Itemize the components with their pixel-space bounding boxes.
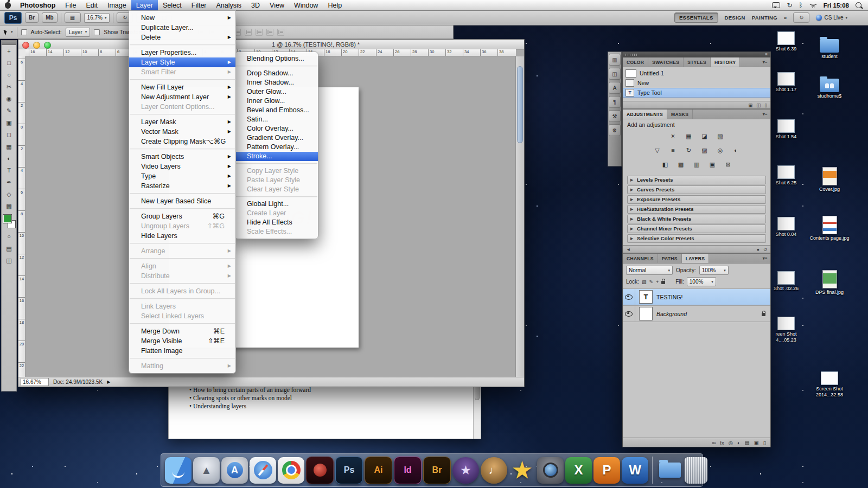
dock-trash-icon[interactable]: [685, 457, 707, 484]
layers-footer-icon[interactable]: ▣: [754, 440, 759, 446]
adjustment-icon[interactable]: ▧: [715, 132, 726, 140]
layers-footer-icon[interactable]: ◐: [737, 440, 741, 446]
sync-icon[interactable]: ↻: [787, 2, 792, 9]
menu-item-video-layers[interactable]: Video Layers: [129, 162, 235, 171]
submenu-item-drop-shadow[interactable]: Drop Shadow...: [235, 69, 318, 78]
dock-safari-icon[interactable]: [250, 457, 276, 484]
adjustment-icon[interactable]: ▽: [652, 146, 663, 155]
desktop-icon-shot[interactable]: Shot .02.26: [769, 271, 803, 292]
panel-menu-icon[interactable]: ▾≡: [760, 57, 770, 67]
preset-row[interactable]: Channel Mixer Presets: [627, 224, 766, 233]
menubar-item-help[interactable]: Help: [323, 0, 347, 10]
tool-button[interactable]: ✒: [3, 176, 15, 188]
bridge-button[interactable]: Br: [25, 12, 39, 23]
menubar-item-select[interactable]: Select: [158, 0, 187, 10]
submenu-item-color-overlay[interactable]: Color Overlay...: [235, 124, 318, 133]
distribute-icon[interactable]: [266, 29, 273, 36]
menu-item-flatten-image[interactable]: Flatten Image: [129, 346, 235, 356]
layer-row-testing[interactable]: T TESTING!: [623, 288, 770, 305]
layers-footer-icon[interactable]: ∞: [712, 440, 716, 446]
adjustment-icon[interactable]: ☀: [668, 132, 679, 140]
menu-item-create-clipping-mask[interactable]: Create Clipping Mask⌥⌘G: [129, 137, 235, 146]
background-document-window[interactable]: How to bring certain parts of an image f…: [168, 381, 481, 439]
distribute-icon[interactable]: [245, 29, 252, 36]
lock-pixels-icon[interactable]: ✎: [649, 279, 653, 285]
desktop-icon-student-folder[interactable]: student: [808, 39, 851, 60]
dock-star-app-icon[interactable]: ★: [509, 457, 535, 484]
menubar-item-photoshop[interactable]: Photoshop: [15, 0, 60, 10]
menu-item-vector-mask[interactable]: Vector Mask: [129, 127, 235, 137]
submenu-item-scale-effects[interactable]: Scale Effects...: [235, 227, 318, 236]
menu-item-arrange[interactable]: Arrange: [129, 246, 235, 256]
panel-drag-bar[interactable]: ≡: [623, 52, 770, 57]
panel-dock-button[interactable]: ¶: [609, 96, 621, 108]
submenu-item-inner-glow[interactable]: Inner Glow...: [235, 97, 318, 106]
menu-item-layer-content-options[interactable]: Layer Content Options...: [129, 102, 235, 112]
cs-live-button[interactable]: CS Live▾: [816, 15, 847, 21]
tool-button[interactable]: ✎: [3, 105, 15, 117]
adjustment-icon[interactable]: ◪: [699, 132, 710, 140]
layer-name[interactable]: TESTING!: [656, 294, 682, 300]
preset-row[interactable]: Curves Presets: [627, 185, 766, 194]
submenu-item-outer-glow[interactable]: Outer Glow...: [235, 87, 318, 97]
scrollbar-thumb[interactable]: [517, 66, 523, 143]
dock-photoshop-icon[interactable]: Ps: [335, 457, 363, 484]
dock-word-icon[interactable]: W: [622, 457, 648, 484]
tool-button[interactable]: □: [3, 57, 15, 69]
dock-powerpoint-icon[interactable]: P: [593, 457, 620, 484]
tool-button[interactable]: ▣: [3, 117, 15, 129]
adjustment-icon[interactable]: ≡: [668, 146, 679, 155]
tool-button[interactable]: ◻: [3, 129, 15, 140]
tab-layers[interactable]: LAYERS: [682, 254, 710, 263]
history-footer-icon[interactable]: ◫: [756, 102, 761, 108]
dock-media-app-icon[interactable]: [306, 457, 334, 484]
submenu-item-hide-all-effects[interactable]: Hide All Effects: [235, 218, 318, 227]
submenu-item-satin[interactable]: Satin...: [235, 115, 318, 124]
mini-bridge-button[interactable]: Mb: [42, 12, 57, 23]
tool-button[interactable]: ▦: [3, 140, 15, 152]
dock-app-store-icon[interactable]: A: [221, 457, 248, 484]
panel-menu-icon[interactable]: ▾≡: [760, 110, 770, 119]
panel-toggle-icon[interactable]: ◄: [626, 247, 630, 252]
zoom-level-select[interactable]: 16.7%▾: [84, 13, 110, 23]
layer-name[interactable]: Background: [656, 311, 687, 317]
adjustment-icon[interactable]: ◎: [715, 146, 726, 155]
desktop-icon-cover[interactable]: Cover.jpg: [808, 167, 851, 192]
menu-item-smart-filter[interactable]: Smart Filter: [129, 67, 235, 77]
submenu-item-create-layer[interactable]: Create Layer: [235, 209, 318, 218]
auto-select-checkbox[interactable]: [21, 29, 27, 35]
status-zoom-field[interactable]: 16.67%: [21, 378, 49, 386]
dock-final-cut-icon[interactable]: ★: [452, 457, 479, 484]
tool-button[interactable]: T: [3, 164, 15, 176]
submenu-item-bevel-and-emboss[interactable]: Bevel and Emboss...: [235, 106, 318, 115]
submenu-item-paste-layer-style[interactable]: Paste Layer Style: [235, 176, 318, 185]
tool-button[interactable]: ○: [3, 230, 15, 242]
layers-footer-icon[interactable]: fx: [720, 440, 724, 446]
layers-footer-icon[interactable]: ▤: [745, 440, 750, 446]
lock-position-icon[interactable]: +: [656, 279, 659, 285]
show-transform-checkbox[interactable]: [94, 29, 100, 35]
submenu-item-pattern-overlay[interactable]: Pattern Overlay...: [235, 143, 318, 152]
menu-item-hide-layers[interactable]: Hide Layers: [129, 231, 235, 241]
menu-item-link-layers[interactable]: Link Layers: [129, 301, 235, 311]
desktop-icon-shot[interactable]: Shot 6.39: [769, 31, 803, 52]
lock-all-icon[interactable]: [661, 281, 665, 284]
menu-item-distribute[interactable]: Distribute: [129, 271, 235, 281]
tab-history[interactable]: HISTORY: [711, 57, 740, 67]
history-footer-icon[interactable]: ▯: [764, 102, 767, 108]
panel-dock-button[interactable]: ⚙: [609, 124, 621, 136]
tool-button[interactable]: ◉: [3, 93, 15, 105]
background-doc-scrollbar[interactable]: [473, 382, 481, 439]
submenu-item-gradient-overlay[interactable]: Gradient Overlay...: [235, 133, 318, 143]
tool-button[interactable]: ○: [3, 69, 15, 81]
dock-photo-booth-icon[interactable]: [537, 457, 564, 484]
tools-palette-header[interactable]: [2, 41, 16, 45]
menubar-item-image[interactable]: Image: [103, 0, 131, 10]
menu-item-layer-mask[interactable]: Layer Mask: [129, 117, 235, 127]
layer-thumbnail[interactable]: [639, 307, 653, 320]
dock-chrome-icon[interactable]: [278, 457, 304, 484]
status-menu-arrow-icon[interactable]: ▶: [107, 380, 110, 384]
auto-select-target-select[interactable]: Layer▾: [66, 28, 91, 37]
desktop-icon-shot[interactable]: reen Shot 4....05.23: [769, 317, 803, 343]
menubar-clock[interactable]: Fri 15:08: [824, 2, 849, 9]
